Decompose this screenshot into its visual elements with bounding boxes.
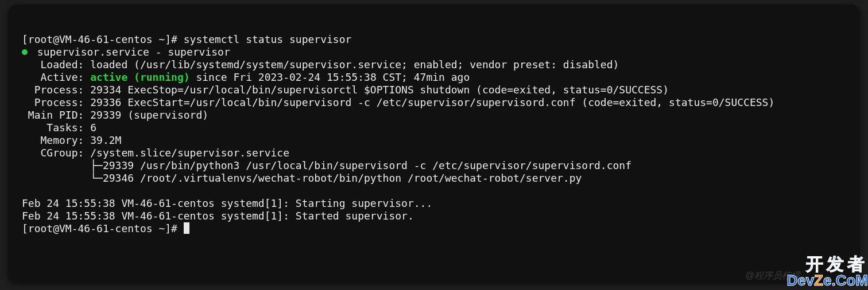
status-cgroup-proc-1: ├─29339 /usr/bin/python3 /usr/local/bin/… bbox=[22, 159, 631, 171]
shell-command: systemctl status supervisor bbox=[184, 33, 352, 45]
watermark-text: @程序员柠檬 bbox=[745, 270, 800, 282]
status-process-start: Process: 29336 ExecStart=/usr/local/bin/… bbox=[22, 96, 774, 108]
shell-prompt-idle: [root@VM-46-61-centos ~]# bbox=[22, 222, 177, 234]
status-process-stop: Process: 29334 ExecStop=/usr/local/bin/s… bbox=[22, 84, 669, 96]
status-cgroup-proc-2: └─29346 /root/.virtualenvs/wechat-robot/… bbox=[22, 172, 582, 184]
status-active-state: active (running) bbox=[90, 71, 189, 83]
status-cgroup: CGroup: /system.slice/supervisor.service bbox=[22, 147, 289, 159]
status-tasks: Tasks: 6 bbox=[22, 122, 96, 134]
terminal-window[interactable]: [root@VM-46-61-centos ~]# systemctl stat… bbox=[8, 5, 860, 283]
journal-line-2: Feb 24 15:55:38 VM-46-61-centos systemd[… bbox=[22, 210, 414, 222]
status-active-suffix: since Fri 2023-02-24 15:55:38 CST; 47min… bbox=[190, 71, 470, 83]
status-memory: Memory: 39.2M bbox=[22, 134, 121, 146]
shell-prompt: [root@VM-46-61-centos ~]# bbox=[22, 33, 177, 45]
terminal-output: [root@VM-46-61-centos ~]# systemctl stat… bbox=[22, 33, 846, 235]
journal-line-1: Feb 24 15:55:38 VM-46-61-centos systemd[… bbox=[22, 197, 432, 209]
status-active-prefix: Active: bbox=[22, 71, 90, 83]
cursor-icon bbox=[184, 222, 189, 234]
service-header: supervisor.service - supervisor bbox=[31, 46, 230, 58]
status-loaded: Loaded: loaded (/usr/lib/systemd/system/… bbox=[22, 58, 619, 70]
status-main-pid: Main PID: 29339 (supervisord) bbox=[22, 109, 208, 121]
status-dot-icon bbox=[22, 49, 28, 55]
